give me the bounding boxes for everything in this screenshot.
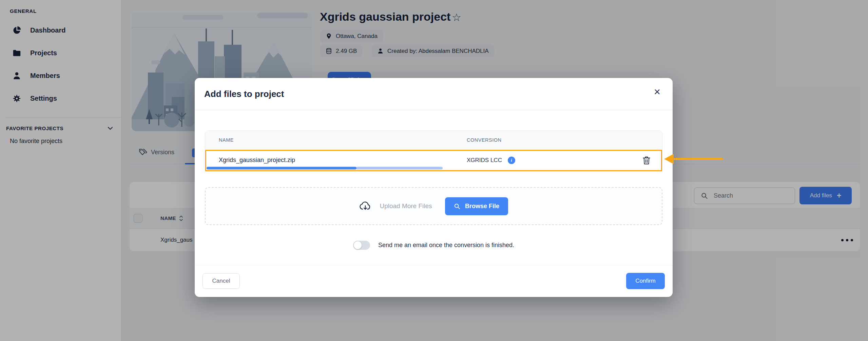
trash-icon[interactable]: [642, 156, 651, 165]
upload-table-header: NAME CONVERSION: [205, 131, 662, 150]
browse-file-button[interactable]: Browse File: [445, 197, 508, 215]
uploading-file-row[interactable]: Xgrids_gaussian_project.zip XGRIDS LCC i: [205, 150, 662, 171]
upload-hint-text: Upload More Files: [380, 202, 432, 210]
email-toggle-switch[interactable]: [353, 241, 370, 250]
toggle-knob: [354, 241, 362, 249]
close-icon[interactable]: ×: [654, 86, 660, 97]
cancel-button[interactable]: Cancel: [202, 273, 240, 289]
upload-files-table: NAME CONVERSION Xgrids_gaussian_project.…: [205, 131, 662, 172]
search-icon: [454, 203, 461, 210]
confirm-button[interactable]: Confirm: [626, 273, 665, 289]
add-files-modal: Add files to project × NAME CONVERSION X…: [195, 78, 673, 297]
modal-header: Add files to project ×: [195, 78, 673, 110]
progress-bar-secondary: [356, 167, 443, 169]
info-icon[interactable]: i: [508, 157, 515, 164]
email-toggle-row: Send me an email once the conversion is …: [195, 241, 673, 250]
file-name: Xgrids_gaussian_project.zip: [219, 157, 295, 164]
conversion-type: XGRIDS LCC: [467, 157, 502, 164]
column-header-name: NAME: [219, 137, 234, 143]
footer-divider: [195, 265, 673, 265]
progress-bar-primary: [207, 167, 356, 169]
arrow-head: [664, 154, 674, 164]
column-header-conversion: CONVERSION: [467, 137, 502, 143]
app-window: GENERAL Dashboard Projects Members: [0, 0, 868, 341]
modal-title: Add files to project: [204, 89, 284, 99]
cloud-download-icon: [359, 200, 371, 212]
email-toggle-label: Send me an email once the conversion is …: [378, 242, 514, 249]
browse-file-label: Browse File: [465, 203, 499, 210]
annotation-arrow-icon: [664, 154, 723, 164]
arrow-tail: [674, 158, 723, 160]
conversion-cell: XGRIDS LCC i: [467, 157, 515, 164]
upload-progress-bar: [207, 167, 661, 169]
upload-dropzone[interactable]: Upload More Files Browse File: [205, 187, 662, 225]
